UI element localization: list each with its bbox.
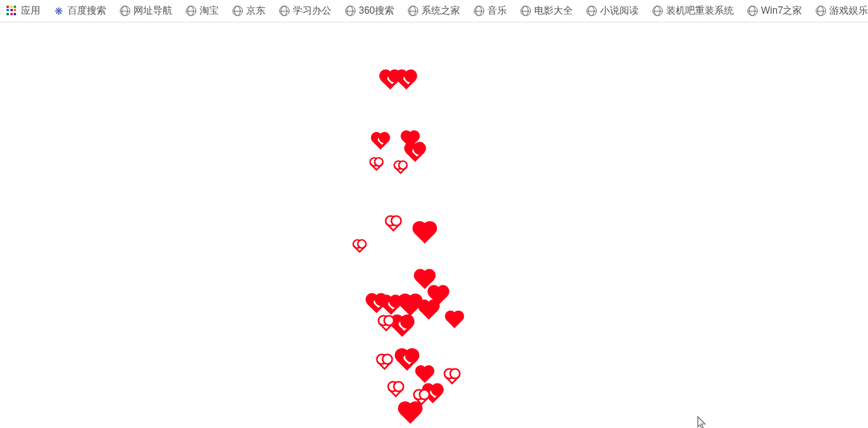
bookmark-item-2[interactable]: 网址导航	[119, 0, 172, 22]
globe-icon	[747, 6, 758, 17]
heart-icon	[397, 72, 416, 90]
bookmark-item-11[interactable]: 装机吧重装系统	[652, 0, 734, 22]
bookmark-label: 淘宝	[200, 4, 219, 18]
globe-icon	[344, 6, 356, 17]
paw-icon: ❋	[53, 6, 64, 17]
bookmark-item-6[interactable]: 360搜索	[344, 0, 394, 22]
bookmarks-bar: 应用❋百度搜索网址导航淘宝京东学习办公360搜索系统之家音乐电影大全小说阅读装机…	[0, 0, 868, 23]
bookmark-item-8[interactable]: 音乐	[473, 0, 507, 22]
bookmark-label: 音乐	[487, 4, 507, 18]
bookmark-label: 装机吧重装系统	[666, 4, 734, 18]
bookmark-label: 应用	[21, 4, 40, 18]
heart-icon	[388, 381, 404, 397]
globe-icon	[815, 6, 826, 17]
page-content	[0, 23, 868, 428]
bookmark-label: 小说阅读	[600, 4, 639, 18]
heart-icon	[397, 350, 417, 370]
globe-icon	[185, 6, 196, 17]
heart-icon	[414, 223, 434, 243]
heart-icon	[406, 144, 425, 163]
bookmark-label: 百度搜索	[68, 4, 106, 18]
heart-icon	[444, 368, 460, 385]
heart-icon	[370, 158, 384, 171]
cursor-icon	[693, 415, 708, 428]
heart-icon	[446, 312, 463, 328]
heart-icon	[394, 161, 408, 175]
bookmark-item-10[interactable]: 小说阅读	[586, 0, 639, 22]
bookmark-item-0[interactable]: 应用	[6, 0, 40, 22]
heart-icon	[420, 302, 438, 320]
heart-icon	[417, 367, 433, 383]
bookmark-item-1[interactable]: ❋百度搜索	[53, 0, 106, 22]
globe-icon	[652, 6, 663, 17]
bookmark-item-9[interactable]: 电影大全	[520, 0, 573, 22]
bookmark-item-5[interactable]: 学习办公	[278, 0, 331, 22]
heart-icon	[372, 134, 389, 150]
bookmark-label: 网址导航	[134, 4, 172, 18]
apps-icon	[6, 6, 18, 17]
bookmark-label: 学习办公	[293, 4, 331, 18]
globe-icon	[278, 6, 290, 17]
heart-icon	[400, 403, 420, 423]
globe-icon	[586, 6, 597, 17]
heart-icon	[353, 240, 367, 253]
bookmark-label: 京东	[246, 4, 265, 18]
globe-icon	[473, 6, 484, 17]
bookmark-label: 系统之家	[422, 4, 460, 18]
heart-icon	[376, 354, 393, 370]
bookmark-item-4[interactable]: 京东	[232, 0, 265, 22]
globe-icon	[232, 6, 243, 17]
bookmark-item-13[interactable]: 游戏娱乐	[815, 0, 868, 22]
bookmark-label: 游戏娱乐	[829, 4, 868, 18]
bookmark-item-7[interactable]: 系统之家	[407, 0, 460, 22]
heart-icon	[392, 316, 412, 336]
bookmark-item-3[interactable]: 淘宝	[185, 0, 219, 22]
heart-icon	[385, 216, 401, 232]
bookmark-label: Win7之家	[761, 4, 802, 18]
bookmark-label: 360搜索	[359, 4, 394, 18]
globe-icon	[520, 6, 531, 17]
bookmark-label: 电影大全	[534, 4, 573, 18]
globe-icon	[407, 6, 418, 17]
heart-icon	[378, 315, 394, 331]
globe-icon	[119, 6, 130, 17]
bookmark-item-12[interactable]: Win7之家	[747, 0, 802, 22]
